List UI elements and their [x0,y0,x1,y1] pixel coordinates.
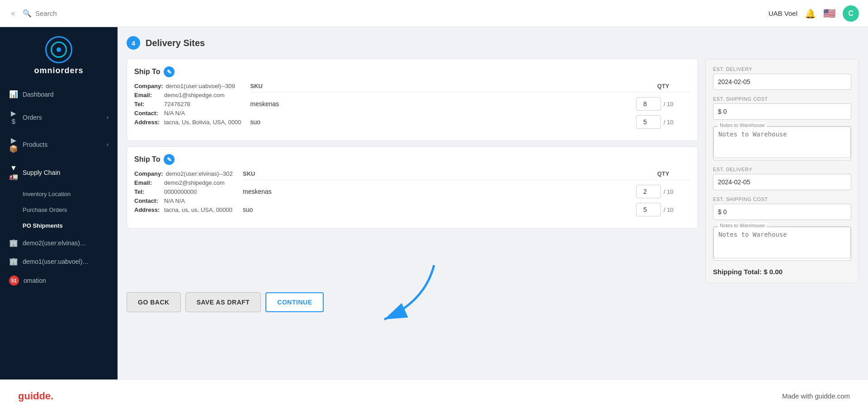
sidebar-item-dashboard[interactable]: 📊 Dashboard [0,84,118,104]
footer: guidde. Made with guidde.com [0,379,868,412]
sidebar-item-purchase-orders[interactable]: Purchase Orders [23,202,118,218]
notes-textarea-1[interactable] [713,126,851,158]
sku-table-header: SKU QTY [243,170,690,180]
address-row-tel: Tel: 0000000000 [134,188,234,195]
sku-name: suo [243,206,627,213]
sku-row-1-meskenas: meskenas / 10 [250,97,690,111]
sku-col-header: SKU [243,170,627,177]
est-shipping-cost-label-1: EST. Shipping Cost [713,96,851,102]
est-delivery-input-1[interactable] [713,74,851,90]
shipment-card-2: Ship To ✎ Company: demo2(user:elvinas)--… [127,146,698,229]
right-panel: EST. Delivery EST. Shipping Cost Notes t… [705,59,859,283]
sku-qty-input-1-0[interactable] [636,97,661,111]
supply-chain-icon: ▼ 🚛 [9,164,18,181]
sidebar-item-label: Products [23,141,47,148]
logo-inner [51,42,67,58]
logo-circle [45,36,72,63]
address-label: Address: [134,119,161,126]
action-bar: GO BACK SAVE AS DRAFT CONTINUE [127,292,859,312]
sku-qty-container: / 10 [636,115,690,129]
go-back-button[interactable]: GO BACK [127,292,181,312]
shipping-total-label: Shipping Total: [713,268,762,276]
save-draft-button[interactable]: SAVE AS DRAFT [185,292,261,312]
est-shipping-cost-input-1[interactable] [713,103,851,120]
sidebar-item-orders[interactable]: ▶ $ Orders › [0,104,118,131]
address-row-contact: Contact: N/A N/A [134,110,241,117]
address-row-email: Email: demo1@shipedge.com [134,92,241,98]
email-value-1: demo1@shipedge.com [164,92,225,98]
ship-to-header-2: Ship To ✎ [134,154,690,165]
address-row-address: Address: tacna, us, us, USA, 00000 [134,206,234,213]
sku-section-2: SKU QTY meskenas / 10 [243,170,690,221]
notes-textarea-container-2: Notes to Warehouse [713,226,851,261]
delivery-container: Ship To ✎ Company: demo1(user:uabvoel)--… [127,59,859,283]
products-icon: ▶ 📦 [9,136,18,153]
contact-label: Contact: [134,197,161,204]
sku-qty-input-2-0[interactable] [636,185,661,198]
search-icon: 🔍 [23,9,32,18]
company-value-2: demo2(user:elvinas)--302 [166,170,233,177]
edit-icon-1[interactable]: ✎ [164,66,175,77]
sku-name: meskenas [243,188,627,195]
address-row-contact: Contact: N/A N/A [134,197,234,204]
sidebar-item-demo2[interactable]: 🏢 demo2(user:elvinas)… [0,234,118,252]
est-delivery-input-2[interactable] [713,174,851,190]
notification-bell-icon[interactable]: 🔔 [805,8,816,19]
contact-label: Contact: [134,110,161,117]
avatar[interactable]: C [843,5,859,22]
search-container: 🔍 [23,9,761,18]
main-content: 4 Delivery Sites Ship To ✎ Company: [118,27,868,379]
tel-value-2: 0000000000 [164,188,197,195]
sidebar-item-supply-chain[interactable]: ▼ 🚛 Supply Chain [0,159,118,186]
card-body-1: Company: demo1(user:uabvoel)--309 Email:… [134,83,690,133]
email-label: Email: [134,92,161,98]
section-header: 4 Delivery Sites [127,36,859,50]
est-shipping-cost-group-1: EST. Shipping Cost [713,96,851,120]
sku-qty-max: / 10 [664,119,674,126]
notes-textarea-container-1: Notes to Warehouse [713,126,851,160]
sidebar-item-inventory-location[interactable]: Inventory Location [23,186,118,202]
est-shipping-cost-input-2[interactable] [713,204,851,220]
section-title: Delivery Sites [146,38,205,48]
company-label: Company: [134,170,163,177]
address-label: Address: [134,206,161,213]
email-value-2: demo2@shipedge.com [164,179,225,186]
qty-col-header: QTY [636,83,690,89]
sidebar-item-po-shipments[interactable]: PO Shipments [23,218,118,234]
right-panel-inner: EST. Delivery EST. Shipping Cost Notes t… [705,59,859,283]
sku-row-2-meskenas: meskenas / 10 [243,185,690,198]
guidde-brand: guidde. [18,390,53,402]
address-row-company: Company: demo2(user:elvinas)--302 [134,170,234,177]
sku-name: meskenas [250,100,627,108]
sku-table-header: SKU QTY [250,83,690,93]
search-input[interactable] [35,9,171,17]
notes-textarea-2[interactable] [713,227,851,258]
sku-qty-container: / 10 [636,203,690,216]
address-row-company: Company: demo1(user:uabvoel)--309 [134,83,241,89]
continue-button[interactable]: CONTINUE [265,292,324,312]
sidebar-item-automation[interactable]: 51 omation [0,271,118,290]
sidebar-logo: omniorders [0,27,118,80]
language-flag-icon[interactable]: 🇺🇸 [823,8,835,19]
tel-label: Tel: [134,188,161,195]
sidebar-item-label: Dashboard [23,91,54,98]
sidebar-item-products[interactable]: ▶ 📦 Products › [0,131,118,159]
shipping-total-value: $ 0.00 [764,268,783,276]
company-label: Company: [134,83,163,89]
shipping-total: Shipping Total: $ 0.00 [713,268,851,276]
qty-col-header: QTY [636,170,690,177]
sku-col-header: SKU [250,83,627,89]
tel-value-1: 72476278 [164,101,190,108]
edit-icon-2[interactable]: ✎ [164,154,175,165]
dashboard-icon: 📊 [9,90,18,98]
sku-qty-input-2-1[interactable] [636,203,661,216]
shipment-card-1: Ship To ✎ Company: demo1(user:uabvoel)--… [127,59,698,141]
est-delivery-group-2: EST. Delivery [713,167,851,190]
sidebar-item-label: Supply Chain [23,169,60,176]
sidebar-item-label: Orders [23,114,42,121]
sidebar-item-demo1[interactable]: 🏢 demo1(user:uabvoel)… [0,252,118,271]
sku-row-2-suo: suo / 10 [243,203,690,216]
collapse-icon[interactable]: « [11,9,15,18]
sku-qty-container: / 10 [636,185,690,198]
sku-qty-input-1-1[interactable] [636,115,661,129]
